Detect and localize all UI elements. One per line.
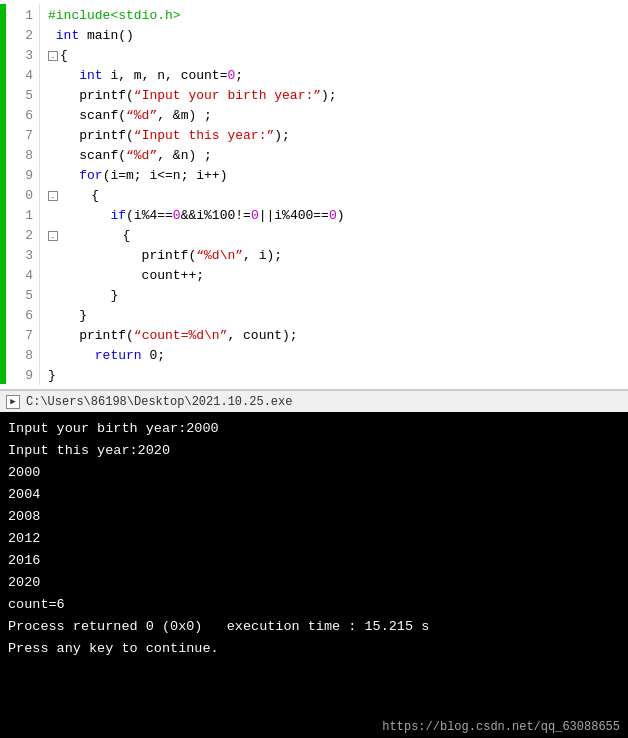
code-token: } [48,286,118,306]
terminal-line: Press any key to continue. [8,638,620,660]
terminal-url: https://blog.csdn.net/qq_63088655 [382,720,620,734]
code-token: “%d” [126,106,157,126]
code-line: count++; [48,266,628,286]
collapse-button[interactable]: - [48,191,58,201]
line-number: 7 [8,126,33,146]
line-number: 2 [8,226,33,246]
code-token: “count=%d\n” [134,326,228,346]
code-token: { [60,186,99,206]
code-token: main() [79,26,134,46]
code-line: scanf(“%d”, &m) ; [48,106,628,126]
code-line: return 0; [48,346,628,366]
collapse-button[interactable]: - [48,231,58,241]
code-line: int i, m, n, count=0; [48,66,628,86]
code-token: 0 [251,206,259,226]
code-line: int main() [48,26,628,46]
terminal-lines: Input your birth year:2000Input this yea… [8,418,620,660]
code-token [48,166,79,186]
code-token: printf( [48,326,134,346]
line-number: 4 [8,66,33,86]
terminal-line: 2020 [8,572,620,594]
line-number: 6 [8,106,33,126]
terminal-line: Process returned 0 (0x0) execution time … [8,616,620,638]
code-token: scanf( [48,106,126,126]
code-token: “%d\n” [196,246,243,266]
code-token [48,346,95,366]
code-token: int [56,26,79,46]
line-number: 3 [8,246,33,266]
code-token: , count); [227,326,305,346]
code-token: } [48,306,87,326]
green-bars [0,4,8,385]
code-token: scanf( [48,146,126,166]
code-token [48,66,79,86]
code-token: 0 [329,206,337,226]
terminal-line: 2016 [8,550,620,572]
code-line: printf(“Input your birth year:”); [48,86,628,106]
line-number: 8 [8,346,33,366]
code-token: printf( [48,86,134,106]
code-token: ||i%400== [259,206,329,226]
collapse-button[interactable]: - [48,51,58,61]
line-number: 2 [8,26,33,46]
terminal-line: Input this year:2020 [8,440,620,462]
code-token: 0 [173,206,181,226]
code-token: { [60,226,130,246]
code-line: } [48,286,628,306]
status-path: C:\Users\86198\Desktop\2021.10.25.exe [26,395,292,409]
code-token: if [110,206,126,226]
line-number: 9 [8,166,33,186]
code-content: #include<stdio.h> int main()-{ int i, m,… [40,4,628,385]
code-token: int [79,66,102,86]
line-number: 3 [8,46,33,66]
code-line: -{ [48,46,628,66]
status-bar: ▶ C:\Users\86198\Desktop\2021.10.25.exe [0,390,628,412]
line-numbers: 1234567890123456789 [8,4,40,385]
code-token: count++; [48,266,204,286]
code-token: “%d” [126,146,157,166]
terminal-line: 2000 [8,462,620,484]
code-token: i, m, n, count= [103,66,228,86]
terminal-line: 2008 [8,506,620,528]
code-line: printf(“count=%d\n”, count); [48,326,628,346]
code-token: , &n) ; [157,146,212,166]
code-line: #include<stdio.h> [48,6,628,26]
code-token [48,206,110,226]
line-number: 0 [8,186,33,206]
code-token: printf( [48,246,196,266]
terminal-line: count=6 [8,594,620,616]
code-line: for(i=m; i<=n; i++) [48,166,628,186]
code-token: ); [321,86,337,106]
code-line: printf(“%d\n”, i); [48,246,628,266]
code-token: 0; [142,346,165,366]
line-number: 6 [8,306,33,326]
code-line: printf(“Input this year:”); [48,126,628,146]
code-token: , i); [243,246,290,266]
code-token: “Input this year:” [134,126,274,146]
line-number: 5 [8,86,33,106]
code-token: } [48,366,56,386]
status-icon: ▶ [6,395,20,409]
code-token: return [95,346,142,366]
code-line: } [48,366,628,386]
code-token: #include [48,6,110,26]
code-token: 0 [227,66,235,86]
code-line: scanf(“%d”, &n) ; [48,146,628,166]
code-token: printf( [48,126,134,146]
code-token: for [79,166,102,186]
code-line: - { [48,226,628,246]
code-token: <stdio.h> [110,6,180,26]
code-token: ); [274,126,290,146]
line-number: 5 [8,286,33,306]
terminal-line: 2012 [8,528,620,550]
code-token: ; [235,66,243,86]
code-token: “Input your birth year:” [134,86,321,106]
code-editor: 1234567890123456789 #include<stdio.h> in… [0,0,628,390]
line-number: 8 [8,146,33,166]
line-number: 4 [8,266,33,286]
code-line: - { [48,186,628,206]
code-token [48,26,56,46]
code-token: , &m) ; [157,106,212,126]
line-number: 1 [8,206,33,226]
line-number: 9 [8,366,33,386]
